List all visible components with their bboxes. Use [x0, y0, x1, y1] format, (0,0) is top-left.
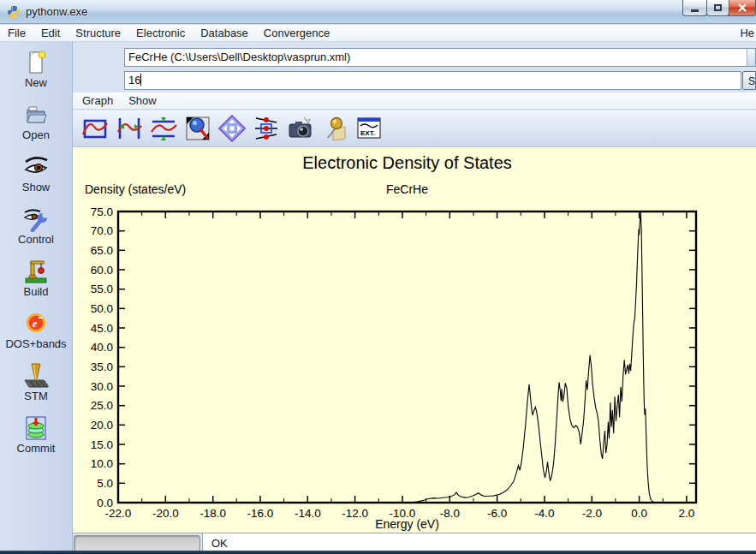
fit-horizontal-icon [116, 115, 143, 142]
pan-icon [218, 115, 246, 142]
selection-value: 16 [128, 74, 140, 86]
svg-text:15.0: 15.0 [91, 438, 113, 451]
text-cursor [140, 74, 141, 86]
sidebar-item-new[interactable]: New [0, 50, 72, 102]
sidebar-item-label: Show [22, 181, 51, 194]
sidebar-item-build[interactable]: Build [0, 259, 72, 311]
window-controls [683, 0, 756, 16]
fit-vertical-icon [150, 115, 177, 142]
fit-graph-button[interactable] [80, 112, 110, 145]
select-point-button[interactable] [251, 112, 282, 145]
sidebar-item-label: Open [22, 128, 50, 141]
eye-icon [23, 154, 49, 180]
svg-text:70.0: 70.0 [91, 224, 113, 237]
electron-icon: e [23, 311, 49, 337]
maximize-button[interactable] [706, 0, 729, 16]
close-button[interactable] [729, 0, 756, 16]
window-bottom-border [0, 551, 756, 554]
menu-structure[interactable]: Structure [68, 25, 128, 42]
selection-input[interactable]: 16 [124, 71, 741, 90]
system-value: FeCrHe (C:\Users\Dell\Desktop\vasprun.xm… [128, 51, 350, 63]
svg-text:10.0: 10.0 [91, 457, 113, 470]
sidebar-item-control[interactable]: Control [0, 206, 72, 259]
menu-file[interactable]: File [0, 25, 33, 42]
svg-text:75.0: 75.0 [91, 206, 113, 218]
svg-text:45.0: 45.0 [91, 322, 113, 335]
sidebar-item-label: New [25, 76, 47, 89]
minimize-icon [691, 9, 699, 12]
sidebar-item-label: STM [24, 390, 47, 402]
export-ext-button[interactable]: EXT. [354, 112, 384, 145]
menu-edit[interactable]: Edit [33, 25, 68, 42]
status-message: OK [211, 537, 228, 550]
system-dropdown-button[interactable] [747, 49, 755, 66]
chart-panel: Electronic Density of States FeCrHe Dens… [73, 147, 756, 533]
fit-graph-icon [81, 115, 109, 142]
svg-text:40.0: 40.0 [91, 341, 113, 354]
svg-text:35.0: 35.0 [91, 360, 113, 373]
sidebar-item-label: Commit [17, 442, 56, 455]
open-folder-icon [23, 102, 49, 128]
menu-bar: File Edit Structure Electronic Database … [0, 25, 756, 42]
zoom-button[interactable] [182, 112, 213, 145]
svg-text:25.0: 25.0 [91, 399, 113, 412]
export-ext-icon: EXT. [355, 115, 383, 142]
sidebar-item-commit[interactable]: Commit [0, 415, 72, 468]
pan-button[interactable] [217, 112, 247, 145]
sidebar-item-label: DOS+bands [5, 337, 66, 350]
menu-convergence[interactable]: Convergence [256, 25, 337, 42]
svg-text:20.0: 20.0 [91, 419, 113, 432]
menu-help[interactable]: He [732, 25, 756, 42]
svg-text:60.0: 60.0 [91, 264, 113, 277]
fit-vertical-button[interactable] [148, 112, 179, 145]
camera-icon [287, 115, 314, 142]
crane-icon [23, 259, 49, 284]
svg-text:EXT.: EXT. [360, 129, 375, 137]
menu-electronic[interactable]: Electronic [128, 25, 193, 42]
svg-text:50.0: 50.0 [91, 302, 113, 315]
python-app-icon [7, 5, 21, 19]
eye-wrench-icon [23, 206, 49, 232]
stm-tip-icon [23, 363, 49, 389]
new-document-icon [23, 50, 49, 75]
pin-icon [321, 115, 348, 142]
sidebar-item-label: Build [24, 285, 49, 298]
sidebar-item-open[interactable]: Open [0, 102, 72, 154]
minimize-button[interactable] [682, 0, 707, 16]
main-panel: System: FeCrHe (C:\Users\Dell\Desktop\va… [73, 42, 756, 554]
maximize-icon [714, 4, 722, 11]
menu-graph[interactable]: Graph [74, 92, 121, 110]
camera-button[interactable] [285, 112, 316, 145]
zoom-icon [184, 115, 211, 142]
select-point-icon [253, 115, 280, 142]
selection-set-button[interactable]: S [742, 71, 756, 90]
pin-button[interactable] [319, 112, 350, 145]
dos-plot[interactable]: -22.0-20.0-18.0-16.0-14.0-12.0-10.0-8.0-… [73, 147, 756, 533]
progress-gauge [74, 535, 200, 551]
sidebar-item-dos-bands[interactable]: e DOS+bands [0, 311, 72, 363]
sidebar-item-show[interactable]: Show [0, 154, 72, 206]
chart-xlabel: Energy (eV) [118, 517, 696, 531]
commit-database-icon [23, 415, 49, 441]
graph-toolbar: EXT. [73, 110, 756, 147]
menu-database[interactable]: Database [193, 25, 256, 42]
svg-text:0.0: 0.0 [97, 497, 113, 509]
window-title: pythonw.exe [26, 5, 87, 18]
app-window: pythonw.exe File Edit Structure Electron… [0, 0, 756, 554]
sidebar-item-stm[interactable]: STM [0, 363, 72, 415]
svg-text:55.0: 55.0 [91, 283, 113, 295]
graph-menu-bar: Graph Show [73, 92, 756, 110]
sidebar-item-label: Control [18, 233, 54, 246]
title-bar[interactable]: pythonw.exe [0, 0, 756, 24]
svg-text:30.0: 30.0 [91, 380, 113, 393]
close-icon [738, 3, 747, 12]
fit-horizontal-button[interactable] [114, 112, 145, 145]
sidebar: New Open Show [0, 42, 73, 554]
svg-text:5.0: 5.0 [97, 477, 113, 490]
svg-text:65.0: 65.0 [91, 244, 113, 257]
menu-show[interactable]: Show [121, 92, 164, 110]
svg-text:e: e [33, 318, 38, 330]
system-input[interactable]: FeCrHe (C:\Users\Dell\Desktop\vasprun.xm… [124, 48, 756, 67]
